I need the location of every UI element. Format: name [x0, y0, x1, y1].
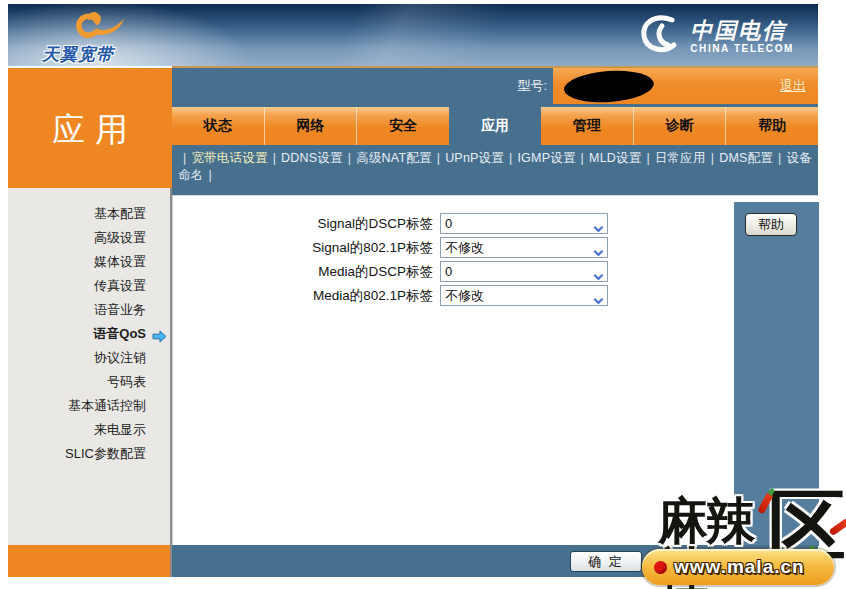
covered-button[interactable]: [650, 551, 738, 572]
sidebar-item-label: 语音QoS: [93, 326, 146, 341]
sidebar-footer-bar: [8, 545, 172, 577]
sidebar-item-number-table[interactable]: 号码表: [8, 370, 170, 394]
signal-8021p-select-wrap: 不修改: [440, 237, 608, 258]
tab-diagnostics[interactable]: 诊断: [633, 107, 726, 145]
separator: |: [273, 151, 276, 165]
sidebar-item-basic-config[interactable]: 基本配置: [8, 202, 170, 226]
signal-8021p-label: Signal的802.1P标签: [173, 237, 433, 259]
separator: |: [711, 151, 714, 165]
model-bar-orange: 退出: [553, 68, 818, 104]
media-dscp-select[interactable]: 0: [440, 261, 608, 282]
separator: |: [581, 151, 584, 165]
subnav-upnp[interactable]: UPnP设置: [445, 151, 504, 165]
sidebar: 基本配置 高级设置 媒体设置 传真设置 语音业务 语音QoS 协议注销 号码表 …: [8, 188, 172, 545]
subnav-broadband-phone[interactable]: 宽带电话设置: [191, 151, 267, 165]
bottom-bar: 确 定: [172, 545, 818, 577]
signal-8021p-select[interactable]: 不修改: [440, 237, 608, 258]
tab-network[interactable]: 网络: [264, 107, 357, 145]
separator: |: [183, 151, 186, 165]
tab-security[interactable]: 安全: [356, 107, 449, 145]
signal-dscp-select[interactable]: 0: [440, 213, 608, 234]
tab-management[interactable]: 管理: [541, 107, 633, 145]
separator: |: [437, 151, 440, 165]
separator: |: [509, 151, 512, 165]
sidebar-menu: 基本配置 高级设置 媒体设置 传真设置 语音业务 语音QoS 协议注销 号码表 …: [8, 188, 170, 466]
media-dscp-select-wrap: 0: [440, 261, 608, 282]
sidebar-item-voice-qos[interactable]: 语音QoS: [8, 322, 170, 346]
subnav-bar: |宽带电话设置|DDNS设置|高级NAT配置|UPnP设置|IGMP设置|MLD…: [172, 145, 818, 195]
separator: |: [646, 151, 649, 165]
china-telecom-text: 中国电信 CHINA TELECOM: [690, 19, 794, 55]
subnav-igmp[interactable]: IGMP设置: [517, 151, 575, 165]
sidebar-item-media-settings[interactable]: 媒体设置: [8, 250, 170, 274]
logout-link[interactable]: 退出: [780, 68, 806, 104]
sidebar-item-fax-settings[interactable]: 传真设置: [8, 274, 170, 298]
tianyi-broadband-logo: 天翼宽带: [36, 5, 156, 65]
sidebar-item-protocol-logout[interactable]: 协议注销: [8, 346, 170, 370]
sidebar-item-voice-service[interactable]: 语音业务: [8, 298, 170, 322]
telecom-sub: CHINA TELECOM: [690, 44, 794, 55]
media-8021p-select[interactable]: 不修改: [440, 285, 608, 306]
page-frame: 天翼宽带 中国电信 CHINA TELECOM 应用: [8, 4, 818, 577]
telecom-name: 中国电信: [690, 19, 794, 42]
brand-logo-text: 天翼宽带: [42, 43, 152, 66]
sidebar-item-slic-params[interactable]: SLIC参数配置: [8, 442, 170, 466]
section-title-block: 应用: [8, 68, 172, 188]
subnav-mld[interactable]: MLD设置: [589, 151, 641, 165]
model-label: 型号:: [427, 68, 547, 104]
help-button[interactable]: 帮助: [745, 213, 797, 236]
tab-help[interactable]: 帮助: [725, 107, 818, 145]
subnav-dms[interactable]: DMS配置: [719, 151, 773, 165]
router-admin-page: 天翼宽带 中国电信 CHINA TELECOM 应用: [0, 0, 846, 589]
subnav-links: |宽带电话设置|DDNS设置|高级NAT配置|UPnP设置|IGMP设置|MLD…: [172, 145, 818, 184]
tab-application[interactable]: 应用: [449, 104, 541, 145]
confirm-button[interactable]: 确 定: [570, 551, 642, 572]
media-8021p-select-wrap: 不修改: [440, 285, 608, 306]
tab-status[interactable]: 状态: [172, 107, 264, 145]
signal-dscp-label: Signal的DSCP标签: [173, 213, 433, 235]
separator: |: [208, 168, 211, 182]
subnav-daily-app[interactable]: 日常应用: [655, 151, 706, 165]
sidebar-item-advanced-settings[interactable]: 高级设置: [8, 226, 170, 250]
china-telecom-logo: 中国电信 CHINA TELECOM: [636, 12, 794, 62]
china-telecom-icon: [636, 12, 682, 62]
header-banner: 天翼宽带 中国电信 CHINA TELECOM: [8, 4, 818, 66]
content-panel: Signal的DSCP标签 0 Signal的802.1P标签 不修改: [172, 195, 819, 546]
main-tabs: 状态 网络 安全 应用 管理 诊断 帮助: [172, 104, 818, 145]
model-value-redacted: [563, 68, 655, 105]
chili-icon: [828, 518, 846, 536]
media-8021p-label: Media的802.1P标签: [173, 285, 433, 307]
separator: |: [348, 151, 351, 165]
subnav-ddns[interactable]: DDNS设置: [281, 151, 343, 165]
subnav-advanced-nat[interactable]: 高级NAT配置: [356, 151, 431, 165]
separator: |: [778, 151, 781, 165]
media-dscp-label: Media的DSCP标签: [173, 261, 433, 283]
sidebar-item-basic-call-control[interactable]: 基本通话控制: [8, 394, 170, 418]
help-strip: 帮助: [734, 202, 819, 546]
page-title: 应用: [8, 108, 172, 153]
model-bar: 型号: 退出: [172, 68, 818, 104]
sidebar-item-caller-id[interactable]: 来电显示: [8, 418, 170, 442]
signal-dscp-select-wrap: 0: [440, 213, 608, 234]
